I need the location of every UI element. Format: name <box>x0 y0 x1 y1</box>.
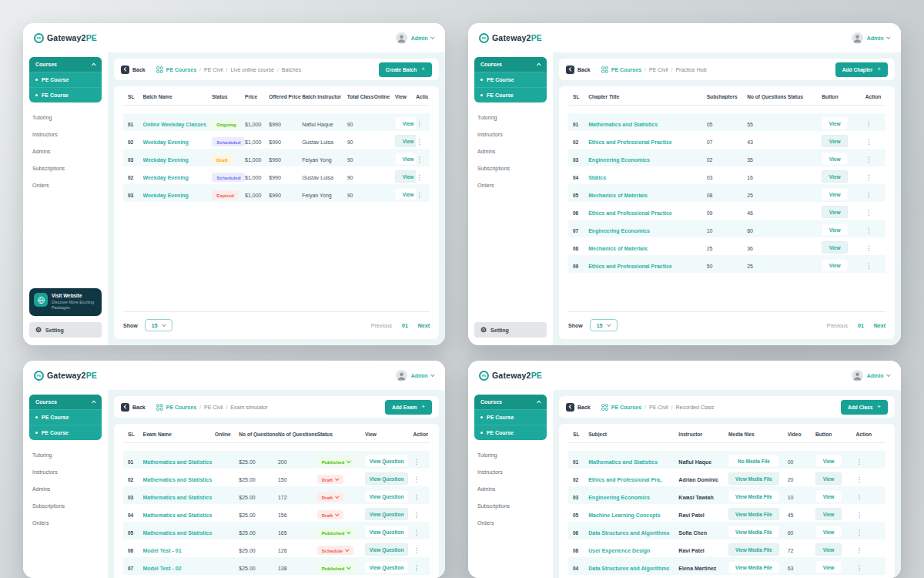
cell-link[interactable]: Ethics and Professional Practice <box>588 210 672 216</box>
kebab-menu-icon[interactable]: ⋮ <box>413 511 420 519</box>
sidebar-item-pe-course[interactable]: PE Course <box>29 72 102 87</box>
view-button[interactable]: View <box>395 117 416 129</box>
view-button[interactable]: View <box>822 206 848 218</box>
view-question-button[interactable]: View Question <box>365 561 408 573</box>
breadcrumb-link[interactable]: PE Courses <box>166 405 196 410</box>
view-button[interactable]: View <box>395 170 416 183</box>
visit-website-card[interactable]: Visit WebsiteDiscover More Exciting Pack… <box>29 288 102 316</box>
view-button[interactable]: View <box>815 490 842 502</box>
view-media-file-button[interactable]: View Media File <box>728 561 779 573</box>
add-button-add-chapter[interactable]: Add Chapter+ <box>835 62 888 77</box>
kebab-menu-icon[interactable]: ⋮ <box>416 173 423 181</box>
status-dropdown[interactable]: Draft <box>317 510 343 519</box>
back-button[interactable]: Back <box>566 66 591 74</box>
cell-link[interactable]: Mathematics and Statistics <box>143 530 213 536</box>
view-button[interactable]: View <box>395 135 416 147</box>
kebab-menu-icon[interactable]: ⋮ <box>416 191 423 199</box>
cell-link[interactable]: Mathematics and Statistics <box>588 459 658 465</box>
kebab-menu-icon[interactable]: ⋮ <box>856 511 863 519</box>
add-button-add-class[interactable]: Add Class+ <box>841 400 888 415</box>
kebab-menu-icon[interactable]: ⋮ <box>856 458 863 465</box>
cell-link[interactable]: Online Weekday Classes <box>143 122 206 127</box>
pagination-previous[interactable]: Previous <box>827 323 848 328</box>
cell-link[interactable]: Weekday Evening <box>143 157 189 163</box>
kebab-menu-icon[interactable]: ⋮ <box>865 173 872 181</box>
cell-link[interactable]: Mathematics and Statistics <box>143 477 213 482</box>
pagination-page[interactable]: 01 <box>402 323 408 328</box>
sidebar-item-orders[interactable]: Orders <box>474 176 547 193</box>
cell-link[interactable]: User Experience Design <box>588 548 650 553</box>
sidebar-item-fe-course[interactable]: FE Course <box>474 425 547 440</box>
view-media-file-button[interactable]: View Media File <box>728 472 779 485</box>
sidebar-item-pe-course[interactable]: PE Course <box>29 409 102 425</box>
back-button[interactable]: Back <box>121 403 146 412</box>
view-button[interactable]: View <box>822 153 848 165</box>
status-dropdown[interactable]: Schedule <box>317 546 353 555</box>
sidebar-item-orders[interactable]: Orders <box>29 514 102 531</box>
kebab-menu-icon[interactable]: ⋮ <box>413 546 420 554</box>
cell-link[interactable]: Model Test - 01 <box>143 548 182 553</box>
pagination-next[interactable]: Next <box>874 323 886 328</box>
kebab-menu-icon[interactable]: ⋮ <box>865 209 872 217</box>
cell-link[interactable]: Ethics and Professional Pra.. <box>588 477 662 482</box>
back-button[interactable]: Back <box>121 66 146 74</box>
kebab-menu-icon[interactable]: ⋮ <box>413 476 420 483</box>
add-button-create-batch[interactable]: Create Batch+ <box>379 62 432 77</box>
sidebar-item-fe-course[interactable]: FE Course <box>29 87 102 102</box>
sidebar-item-admins[interactable]: Admins <box>474 480 547 497</box>
view-media-file-button[interactable]: View Media File <box>728 543 779 556</box>
sidebar-item-tutoring[interactable]: Tutoring <box>474 446 547 463</box>
view-button[interactable]: View <box>822 241 848 254</box>
kebab-menu-icon[interactable]: ⋮ <box>856 529 863 536</box>
view-question-button[interactable]: View Question <box>365 508 408 520</box>
kebab-menu-icon[interactable]: ⋮ <box>865 262 872 270</box>
cell-link[interactable]: Machine Learning Concepts <box>588 512 660 518</box>
breadcrumb-link[interactable]: PE Courses <box>166 67 196 72</box>
view-question-button[interactable]: View Question <box>365 455 408 467</box>
cell-link[interactable]: Engineering Economics <box>588 157 650 163</box>
view-media-file-button[interactable]: View Media File <box>728 508 779 520</box>
kebab-menu-icon[interactable]: ⋮ <box>416 138 423 146</box>
sidebar-item-tutoring[interactable]: Tutoring <box>474 109 547 126</box>
cell-link[interactable]: Data Structures and Algorithms <box>588 566 669 571</box>
add-button-add-exam[interactable]: Add Exam+ <box>385 400 432 415</box>
view-media-file-button[interactable]: View Media File <box>728 526 779 538</box>
no-media-file-button[interactable]: No Media File <box>728 455 779 467</box>
view-button[interactable]: View <box>815 455 842 467</box>
status-dropdown[interactable]: Draft <box>317 492 343 502</box>
view-question-button[interactable]: View Question <box>365 490 408 502</box>
sidebar-item-instructors[interactable]: Instructors <box>29 463 102 480</box>
kebab-menu-icon[interactable]: ⋮ <box>413 564 420 572</box>
page-size-select[interactable]: 15 <box>590 319 618 331</box>
page-size-select[interactable]: 15 <box>145 319 172 331</box>
view-question-button[interactable]: View Question <box>365 472 408 485</box>
sidebar-item-orders[interactable]: Orders <box>29 176 102 193</box>
view-button[interactable]: View <box>822 170 848 183</box>
kebab-menu-icon[interactable]: ⋮ <box>865 138 872 146</box>
view-button[interactable]: View <box>815 561 842 573</box>
sidebar-item-pe-course[interactable]: PE Course <box>474 72 547 87</box>
view-button[interactable]: View <box>395 153 416 165</box>
view-button[interactable]: View <box>395 188 416 200</box>
sidebar-item-subscriptions[interactable]: Subscriptions <box>474 160 547 176</box>
sidebar-item-subscriptions[interactable]: Subscriptions <box>29 160 102 176</box>
cell-link[interactable]: Mathematics and Statistics <box>143 459 213 465</box>
cell-link[interactable]: Weekday Evening <box>143 193 189 198</box>
sidebar-item-orders[interactable]: Orders <box>474 514 547 531</box>
view-button[interactable]: View <box>815 543 842 556</box>
user-menu[interactable]: Admin <box>396 370 434 381</box>
user-menu[interactable]: Admin <box>852 370 890 381</box>
cell-link[interactable]: Mechanics of Materials <box>588 193 648 198</box>
cell-link[interactable]: Engineering Economics <box>588 228 650 234</box>
pagination-next[interactable]: Next <box>418 323 430 328</box>
view-button[interactable]: View <box>815 508 842 520</box>
cell-link[interactable]: Mechanics of Materials <box>588 246 648 251</box>
view-media-file-button[interactable]: View Media File <box>728 490 779 502</box>
kebab-menu-icon[interactable]: ⋮ <box>865 191 872 199</box>
pagination-page[interactable]: 01 <box>858 323 864 328</box>
kebab-menu-icon[interactable]: ⋮ <box>413 529 420 536</box>
view-button[interactable]: View <box>822 259 848 271</box>
cell-link[interactable]: Mathematics and Statistics <box>143 495 213 500</box>
status-dropdown[interactable]: Published <box>317 457 355 466</box>
view-button[interactable]: View <box>822 223 848 236</box>
